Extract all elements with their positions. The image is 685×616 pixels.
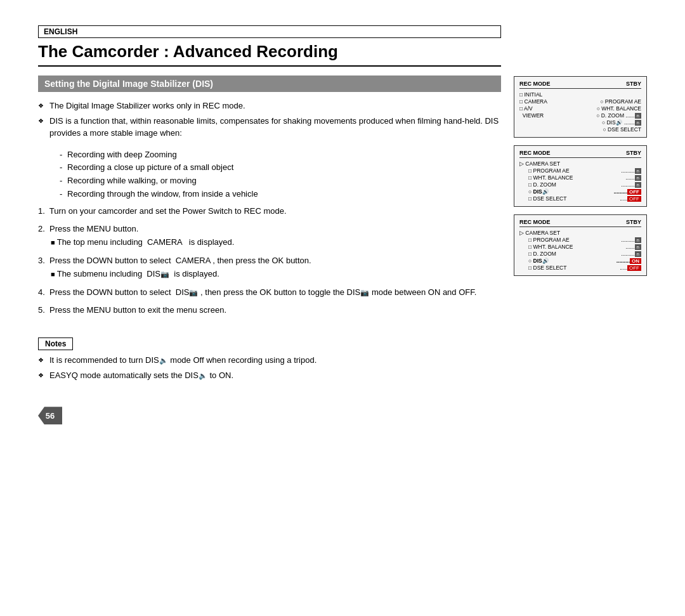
language-badge: ENGLISH [38,25,501,38]
menu-header-3-left: REC MODE [519,219,551,225]
menu-row: □ DSE SELECT .....OFF [528,195,641,202]
menu-row-selected: ○ DIS🔊 .........ON [528,258,641,264]
bullet-2: DIS is a function that, within reasonabl… [38,115,501,140]
menu-label: □ PROGRAM AE [528,167,570,174]
menu-header-1-left: REC MODE [519,81,551,87]
menu-row: □ PROGRAM AE .........n [528,237,641,243]
menu-screen-2: REC MODE STBY ▷ CAMERA SET □ PROGRAM AE … [514,145,647,207]
step-5-num: 5. [38,305,49,315]
menu-value: .........n [621,181,641,188]
menu-label: ○ DIS🔊 [528,188,549,195]
dash-item-1: Recording with deep Zooming [57,148,501,162]
menu-value: .....OFF [620,195,641,202]
bullet-1: The Digital Image Stabilizer works only … [38,100,501,112]
menu-row: ▷ CAMERA SET [519,230,641,236]
menu-label: □ A/V [519,105,533,112]
menu-screen-3: REC MODE STBY ▷ CAMERA SET □ PROGRAM AE … [514,214,647,276]
menu-row: VIEWER ○ D. ZOOM ......n [519,112,641,119]
menu-row: □ D. ZOOM .........n [528,251,641,257]
step-1-num: 1. [38,206,49,216]
menu-header-2-left: REC MODE [519,150,551,156]
step-2-text: Press the MENU button. [49,224,138,233]
step-4-text: Press the DOWN button to select DIS📷 , t… [49,287,476,297]
step-3-num: 3. [38,256,49,265]
page-number: 56 [38,407,62,424]
menu-value: ○ WHT. BALANCE [597,105,641,112]
notes-label: Notes [38,337,73,350]
menu-value: .........n [621,251,641,257]
notes-bullets: It is recommended to turn DIS🔈 mode Off … [38,354,501,381]
menu-value: .........ON [616,258,641,264]
step-4: 4. Press the DOWN button to select DIS📷 … [38,286,501,299]
menu-value: ○ DIS🔊 .......n [602,119,641,126]
menu-value: .........n [621,237,641,243]
menu-row: □ WHT. BALANCE ......n [528,174,641,181]
menu-label: □ WHT. BALANCE [528,244,573,250]
right-panel: REC MODE STBY □ INITIAL □ CAMERA ○ PROGR… [514,76,647,591]
menu-header-1: REC MODE STBY [519,81,641,89]
menu-label: ▷ CAMERA SET [519,161,560,167]
menu-value: ○ DSE SELECT [603,126,641,133]
menu-value: .........n [621,167,641,174]
step-5-text: Press the MENU button to exit the menu s… [49,305,226,315]
step-4-num: 4. [38,287,49,297]
note-2: EASYQ mode automatically sets the DIS🔈 t… [38,369,501,382]
dash-item-4: Recording through the window, from insid… [57,188,501,201]
menu-row: □ PROGRAM AE .........n [528,167,641,174]
menu-label: □ D. ZOOM [528,181,556,188]
menu-value: ○ PROGRAM AE [600,98,641,105]
menu-value: ......n [625,174,641,181]
main-content: ENGLISH The Camcorder : Advanced Recordi… [38,25,501,591]
menu-header-3: REC MODE STBY [519,219,641,227]
menu-value: .........OFF [614,188,641,195]
menu-label: □ INITIAL [519,91,542,98]
menu-header-2: REC MODE STBY [519,150,641,158]
menu-row: □ A/V ○ WHT. BALANCE [519,105,641,112]
step-3-text: Press the DOWN button to select CAMERA ,… [49,256,311,265]
menu-header-2-right: STBY [626,150,641,156]
menu-screen-1: REC MODE STBY □ INITIAL □ CAMERA ○ PROGR… [514,76,647,138]
menu-value: ○ D. ZOOM ......n [596,112,641,119]
menu-label: ▷ CAMERA SET [519,230,560,236]
page: ENGLISH The Camcorder : Advanced Recordi… [0,0,685,616]
dash-item-3: Recording while walking, or moving [57,174,501,188]
menu-row: ○ DSE SELECT [519,126,641,133]
step-2: 2. Press the MENU button. The top menu i… [38,223,501,249]
step-2-sub: The top menu including CAMERA is display… [38,236,501,249]
menu-row: □ DSE SELECT .....OFF [528,265,641,271]
note-1: It is recommended to turn DIS🔈 mode Off … [38,354,501,367]
menu-row-selected: ○ DIS🔊 .........OFF [528,188,641,195]
menu-row: □ WHT. BALANCE ......n [528,244,641,250]
menu-label: □ WHT. BALANCE [528,174,573,181]
menu-label: ○ DIS🔊 [528,258,549,264]
menu-label: □ D. ZOOM [528,251,556,257]
step-2-num: 2. [38,224,49,233]
step-1: 1. Turn on your camcorder and set the Po… [38,205,501,218]
step-5: 5. Press the MENU button to exit the men… [38,304,501,317]
steps-list: 1. Turn on your camcorder and set the Po… [38,205,501,323]
menu-header-3-right: STBY [626,219,641,225]
menu-row: ○ DIS🔊 .......n [519,119,641,126]
step-3: 3. Press the DOWN button to select CAMER… [38,254,501,281]
step-1-text: Turn on your camcorder and set the Power… [49,206,287,216]
page-title: The Camcorder : Advanced Recording [38,42,501,67]
intro-bullets: The Digital Image Stabilizer works only … [38,100,501,142]
dash-item-2: Recording a close up picture of a small … [57,161,501,174]
menu-label: VIEWER [519,112,544,119]
menu-row: □ CAMERA ○ PROGRAM AE [519,98,641,105]
menu-row: □ D. ZOOM .........n [528,181,641,188]
menu-row: ▷ CAMERA SET [519,161,641,167]
section-heading: Setting the Digital Image Stabilizer (DI… [38,75,501,92]
dash-list: Recording with deep Zooming Recording a … [57,148,501,201]
menu-header-1-right: STBY [626,81,641,87]
menu-label: □ DSE SELECT [528,195,566,202]
menu-row: □ INITIAL [519,91,641,98]
menu-value: ......n [625,244,641,250]
menu-label: □ PROGRAM AE [528,237,570,243]
menu-label: □ DSE SELECT [528,265,566,271]
step-3-sub: The submenu including DIS📷 is displayed. [38,268,501,281]
menu-label: □ CAMERA [519,98,547,105]
menu-value: .....OFF [620,265,641,271]
notes-section: Notes It is recommended to turn DIS🔈 mod… [38,337,501,388]
